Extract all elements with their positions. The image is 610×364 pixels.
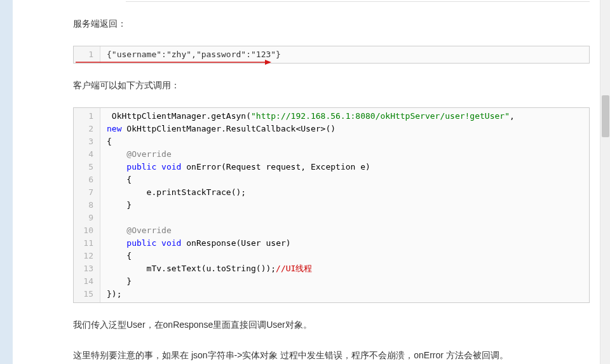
code-row: 2new OkHttpClientManager.ResultCallback<… (74, 123, 589, 135)
code-row: 1{"username":"zhy","password":"123"} (74, 46, 589, 63)
code-token: OkHttpClientManager.ResultCallback<User>… (121, 124, 336, 133)
paragraph-explain-1: 我们传入泛型User，在onResponse里面直接回调User对象。 (73, 317, 577, 333)
code-row: 9 (74, 212, 589, 224)
code-block-2: 1 OkHttpClientManager.getAsyn("http://19… (73, 107, 590, 303)
code-token: @Override (126, 226, 171, 235)
code-token: void (161, 162, 181, 172)
code-row: 13 mTv.setText(u.toString());//UI线程 (74, 262, 589, 275)
code-line: OkHttpClientManager.getAsyn("http://192.… (100, 108, 589, 123)
paragraph-server-return: 服务端返回： (73, 16, 577, 32)
code-row: 4 @Override (74, 148, 589, 161)
code-token (107, 149, 126, 159)
line-number: 13 (74, 262, 100, 275)
code-line: e.printStackTrace(); (100, 186, 589, 199)
vertical-scrollbar[interactable] (600, 0, 610, 364)
code-block-1: 1{"username":"zhy","password":"123"} (73, 46, 590, 64)
code-token: "http://192.168.56.1:8080/okHttpServer/u… (251, 111, 510, 121)
paragraph-explain-2: 这里特别要注意的事，如果在 json字符串->实体对象 过程中发生错误，程序不会… (73, 347, 577, 363)
line-number: 7 (74, 186, 100, 199)
code-row: 12 { (74, 250, 589, 262)
code-token: e.printStackTrace(); (107, 187, 246, 197)
code-line: public void onResponse(User user) (100, 237, 589, 250)
line-number: 6 (74, 173, 100, 186)
code-line (100, 212, 589, 224)
code-line: {"username":"zhy","password":"123"} (100, 46, 589, 63)
code-token: onResponse(User user) (181, 238, 290, 248)
page-left-margin (0, 0, 13, 364)
code-token: @Override (126, 149, 171, 159)
code-token: new (107, 124, 121, 133)
line-number: 10 (74, 224, 100, 237)
line-number: 4 (74, 148, 100, 161)
code-line: { (100, 250, 589, 262)
code-token: }); (107, 289, 121, 299)
divider (126, 1, 590, 2)
code-line: { (100, 135, 589, 148)
line-number: 3 (74, 135, 100, 148)
code-row: 7 e.printStackTrace(); (74, 186, 589, 199)
line-number: 5 (74, 161, 100, 173)
code-row: 15}); (74, 288, 589, 302)
code-line: } (100, 199, 589, 212)
code-token (107, 226, 126, 235)
code-token: } (107, 200, 132, 210)
line-number: 8 (74, 199, 100, 212)
line-number: 1 (74, 108, 100, 123)
code-token: //UI线程 (276, 264, 312, 273)
line-number: 2 (74, 123, 100, 135)
line-number: 12 (74, 250, 100, 262)
scrollbar-thumb[interactable] (602, 95, 609, 137)
code-row: 1 OkHttpClientManager.getAsyn("http://19… (74, 108, 589, 123)
paragraph-client-call: 客户端可以如下方式调用： (73, 78, 577, 93)
code-token (107, 162, 126, 172)
article-content: 服务端返回： 1{"username":"zhy","password":"12… (53, 1, 610, 363)
code-token: } (107, 276, 132, 286)
code-row: 10 @Override (74, 224, 589, 237)
code-token: public (126, 162, 156, 172)
code-row: 3{ (74, 135, 589, 148)
code-line: @Override (100, 148, 589, 161)
code-row: 6 { (74, 173, 589, 186)
code-row: 11 public void onResponse(User user) (74, 237, 589, 250)
code-token (156, 238, 161, 248)
code-row: 14 } (74, 275, 589, 288)
code-token: , (510, 111, 515, 121)
code-token: void (161, 238, 181, 248)
code-token (107, 238, 126, 248)
code-line: } (100, 275, 589, 288)
code-line: }); (100, 288, 589, 302)
code-token: OkHttpClientManager.getAsyn( (107, 111, 251, 121)
code-line: { (100, 173, 589, 186)
code-line: @Override (100, 224, 589, 237)
line-number: 11 (74, 237, 100, 250)
code-row: 8 } (74, 199, 589, 212)
code-line: new OkHttpClientManager.ResultCallback<U… (100, 123, 589, 135)
line-number: 14 (74, 275, 100, 288)
code-token: { (107, 251, 132, 260)
code-line: mTv.setText(u.toString());//UI线程 (100, 262, 589, 275)
line-number: 9 (74, 212, 100, 224)
code-token: public (126, 238, 156, 248)
line-number: 15 (74, 288, 100, 302)
code-token (156, 162, 161, 172)
code-token: { (107, 137, 112, 146)
code-token: onError(Request request, Exception e) (181, 162, 370, 172)
line-number: 1 (74, 46, 100, 63)
code-token: { (107, 175, 132, 184)
code-token: mTv.setText(u.toString()); (107, 264, 276, 273)
code-row: 5 public void onError(Request request, E… (74, 161, 589, 173)
code-line: public void onError(Request request, Exc… (100, 161, 589, 173)
